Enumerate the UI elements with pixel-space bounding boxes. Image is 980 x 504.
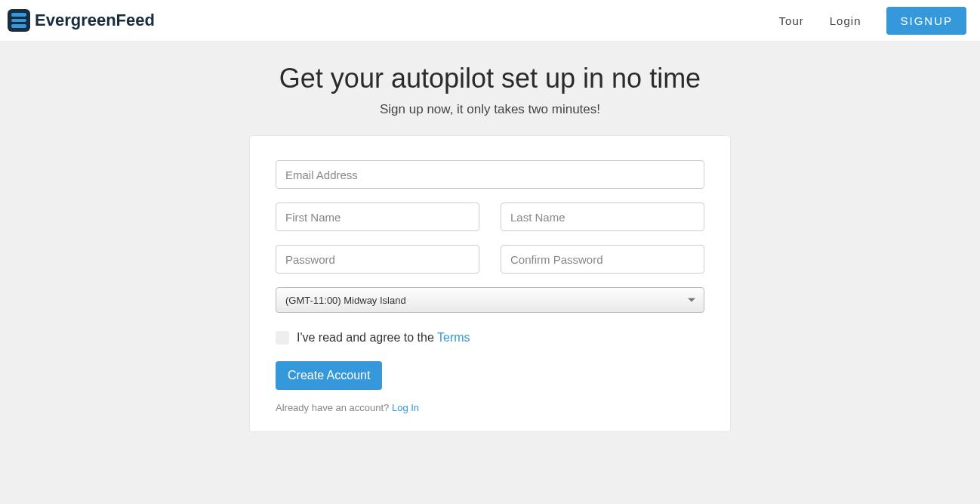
already-have-account: Already have an account? Log In — [276, 402, 704, 413]
password-field[interactable] — [276, 245, 479, 274]
brand[interactable]: EvergreenFeed — [8, 9, 155, 32]
brand-name: EvergreenFeed — [35, 11, 155, 30]
page-subheading: Sign up now, it only takes two minutes! — [0, 102, 980, 117]
nav-login[interactable]: Login — [830, 14, 861, 27]
signup-card: (GMT-11:00) Midway Island I've read and … — [249, 135, 731, 432]
nav-tour[interactable]: Tour — [779, 14, 804, 27]
email-field[interactable] — [276, 160, 704, 189]
terms-link[interactable]: Terms — [437, 331, 470, 344]
timezone-selected-label: (GMT-11:00) Midway Island — [285, 295, 406, 306]
last-name-field[interactable] — [501, 203, 704, 231]
header: EvergreenFeed Tour Login SIGNUP — [0, 0, 980, 42]
timezone-select[interactable]: (GMT-11:00) Midway Island — [276, 287, 704, 313]
signup-button[interactable]: SIGNUP — [886, 7, 966, 35]
login-link[interactable]: Log In — [392, 402, 419, 413]
terms-agree-text: I've read and agree to the Terms — [297, 331, 470, 345]
first-name-field[interactable] — [276, 203, 479, 231]
terms-checkbox[interactable] — [276, 331, 289, 345]
already-prefix: Already have an account? — [276, 402, 392, 413]
confirm-password-field[interactable] — [501, 245, 704, 274]
brand-logo-icon — [8, 9, 30, 32]
terms-agree-prefix: I've read and agree to the — [297, 331, 437, 344]
page-heading: Get your autopilot set up in no time — [0, 63, 980, 94]
create-account-button[interactable]: Create Account — [276, 361, 382, 390]
main-content: Get your autopilot set up in no time Sig… — [0, 42, 980, 462]
header-nav: Tour Login SIGNUP — [779, 7, 966, 35]
